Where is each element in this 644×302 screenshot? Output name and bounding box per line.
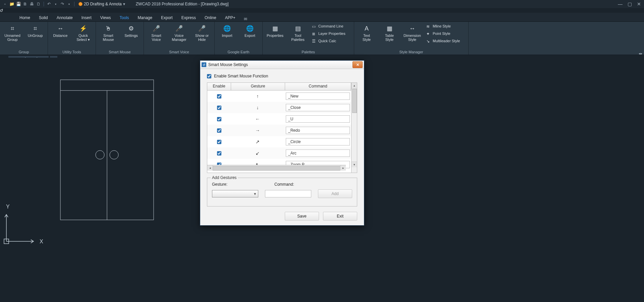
grid-vertical-scrollbar[interactable]: ▴ ▾ <box>351 83 357 173</box>
undo-icon[interactable]: ↶ <box>46 1 52 7</box>
ribbon-button[interactable]: 🎤Smart Voice <box>147 23 166 42</box>
add-gesture-button[interactable]: Add <box>318 189 352 198</box>
gesture-field-label: Gesture: <box>212 182 227 187</box>
ribbon-tab-export[interactable]: Export <box>157 14 177 21</box>
redo-dropdown-icon[interactable]: ▾ <box>66 1 72 7</box>
row-command-cell <box>284 104 351 111</box>
scroll-right-icon[interactable]: ▸ <box>340 165 346 171</box>
enable-smart-mouse-checkbox[interactable] <box>207 74 211 78</box>
ribbon-icon: 🌐 <box>245 24 255 33</box>
ribbon-tab-express[interactable]: Express <box>177 14 200 21</box>
ribbon-button[interactable]: ☰Quick Calc <box>311 38 351 45</box>
row-command-input[interactable] <box>286 138 350 145</box>
row-command-input[interactable] <box>286 127 350 134</box>
ribbon-button[interactable]: AText Style <box>357 23 376 42</box>
ribbon-button[interactable]: 🌐Export <box>240 23 260 38</box>
row-enable-checkbox[interactable] <box>217 94 221 99</box>
row-enable-checkbox[interactable] <box>217 106 221 110</box>
mail-icon[interactable]: ✉ <box>242 17 249 21</box>
ribbon-button[interactable]: ✦Point Style <box>425 31 466 37</box>
undo-dropdown-icon[interactable]: ▾ <box>53 1 59 7</box>
col-header-gesture[interactable]: Gesture <box>231 83 285 90</box>
ribbon-button[interactable]: ⌗UnGroup <box>25 23 45 38</box>
ribbon-icon: 🎤 <box>197 24 207 33</box>
ribbon-button-label: Text Style <box>363 34 371 42</box>
scroll-thumb[interactable] <box>213 166 340 171</box>
row-command-input[interactable] <box>286 149 350 157</box>
scroll-left-icon[interactable]: ◂ <box>207 165 213 171</box>
ribbon-button[interactable]: ↔Dimension Style <box>402 23 422 42</box>
grid-horizontal-scrollbar[interactable]: ◂ ▸ <box>207 165 346 171</box>
ribbon-tab-annotate[interactable]: Annotate <box>53 14 77 21</box>
ribbon-button[interactable]: 🎤Voice Manager <box>169 23 189 42</box>
ribbon-button[interactable]: 🖱Smart Mouse <box>99 23 118 42</box>
scroll-thumb[interactable] <box>352 89 357 113</box>
preview-icon[interactable]: 🗋 <box>36 1 42 7</box>
ribbon-icon: ↔ <box>56 24 65 33</box>
ribbon-tab-views[interactable]: Views <box>96 14 115 21</box>
row-enable-cell <box>207 117 231 121</box>
gesture-combobox[interactable]: ▼ <box>212 190 258 197</box>
ribbon-button[interactable]: 🌐Import <box>217 23 237 38</box>
redo-icon[interactable]: ↷ <box>59 1 65 7</box>
panel-collapse-handles[interactable]: ◂▸ <box>639 52 643 57</box>
exit-button[interactable]: Exit <box>323 212 357 221</box>
command-input[interactable] <box>265 190 311 197</box>
ribbon-tab-tools[interactable]: Tools <box>116 14 133 21</box>
ribbon-icon: ☰ <box>311 39 316 44</box>
grid-header: Enable Gesture Command <box>207 83 351 90</box>
ribbon-button[interactable]: ⚡Quick Select ▾ <box>73 23 93 42</box>
ribbon-button[interactable]: ▤Tool Palettes <box>288 23 308 42</box>
scroll-down-icon[interactable]: ▾ <box>352 162 357 167</box>
ribbon-button[interactable]: ▭Command Line <box>311 23 351 30</box>
row-command-input[interactable] <box>286 104 350 111</box>
ribbon-tab-solid[interactable]: Solid <box>35 14 52 21</box>
ribbon-button[interactable]: ↘Multileader Style <box>425 38 466 45</box>
ribbon-tab-manage[interactable]: Manage <box>134 14 156 21</box>
ribbon-button[interactable]: ⚙Settings <box>121 23 141 38</box>
minimize-button[interactable]: — <box>617 1 623 7</box>
row-command-cell <box>284 149 351 157</box>
ribbon-button[interactable]: ▦Properties <box>265 23 285 38</box>
close-button[interactable]: ✕ <box>636 1 642 7</box>
ribbon-button[interactable]: 🎤Show or Hide <box>192 23 212 42</box>
ribbon-button-label: Tool Palettes <box>291 34 305 42</box>
ribbon: ⌗Unnamed Group⌗UnGroupGroup↔Distance⚡Qui… <box>0 22 644 55</box>
save-icon[interactable]: 💾 <box>15 1 21 7</box>
ribbon-icon: ⌗ <box>8 24 17 33</box>
ribbon-button[interactable]: ≋Mline Style <box>425 23 466 30</box>
ribbon-tab-online[interactable]: Online <box>201 14 220 21</box>
ribbon-button[interactable]: ▦Table Style <box>380 23 399 42</box>
open-folder-icon[interactable]: 📁 <box>9 1 15 7</box>
row-enable-checkbox[interactable] <box>217 140 221 144</box>
dialog-title-bar[interactable]: Ժ Smart Mouse Settings ✕ <box>200 61 364 69</box>
maximize-button[interactable]: ▢ <box>627 1 633 7</box>
ribbon-button[interactable]: ⌗Unnamed Group <box>3 23 22 42</box>
row-enable-checkbox[interactable] <box>217 151 221 156</box>
new-file-icon[interactable]: ▫ <box>2 1 8 7</box>
saveas-icon[interactable]: 🗎 <box>22 1 28 7</box>
ribbon-icon: ↔ <box>408 24 417 33</box>
ribbon-tab-home[interactable]: Home <box>15 14 34 21</box>
row-enable-checkbox[interactable] <box>217 117 221 121</box>
col-header-enable[interactable]: Enable <box>207 83 231 90</box>
dialog-close-button[interactable]: ✕ <box>353 61 363 68</box>
ribbon-button-label: Dimension Style <box>404 34 421 42</box>
app-logo-icon[interactable]: Ժ <box>0 8 644 13</box>
scroll-up-icon[interactable]: ▴ <box>352 83 357 88</box>
row-command-input[interactable] <box>286 93 350 100</box>
ribbon-button[interactable]: ≣Layer Properties <box>311 31 351 37</box>
ribbon-tab-insert[interactable]: Insert <box>77 14 96 21</box>
save-button[interactable]: Save <box>285 212 319 221</box>
ribbon-tab-app+[interactable]: APP+ <box>221 14 239 21</box>
plot-icon[interactable]: 🖶 <box>29 1 35 7</box>
ribbon-panel: 🌐Import🌐ExportGoogle Earth <box>215 22 263 55</box>
row-enable-checkbox[interactable] <box>217 128 221 133</box>
ribbon-button-label: Voice Manager <box>172 34 186 42</box>
ribbon-button[interactable]: ↔Distance <box>51 23 70 38</box>
ribbon-button-label: Quick Calc <box>318 39 336 43</box>
workspace-selector[interactable]: 2D Drafting & Annota ▾ <box>78 2 125 6</box>
ribbon-panel-label: Style Manager <box>399 50 423 55</box>
col-header-command[interactable]: Command <box>285 83 351 90</box>
row-command-input[interactable] <box>286 115 350 123</box>
